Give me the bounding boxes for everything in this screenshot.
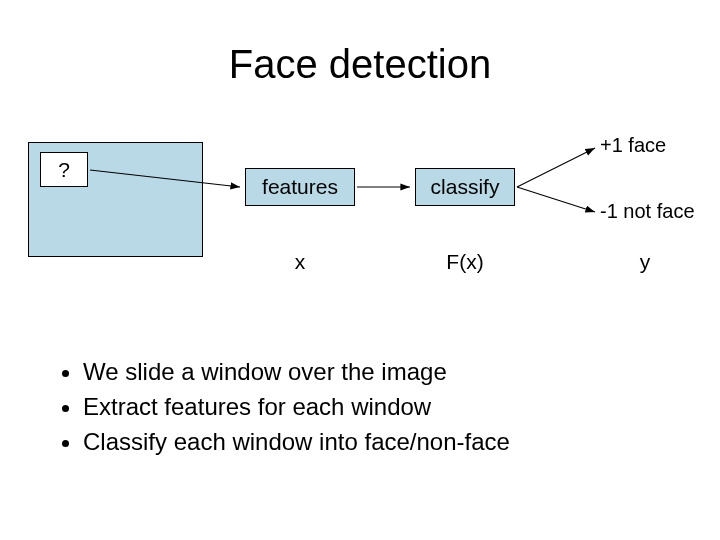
features-box: features bbox=[245, 168, 355, 206]
bullet-list: We slide a window over the image Extract… bbox=[55, 355, 510, 459]
arrow-classify-positive bbox=[517, 148, 595, 187]
output-positive: +1 face bbox=[600, 134, 666, 157]
classify-box: classify bbox=[415, 168, 515, 206]
output-negative: -1 not face bbox=[600, 200, 695, 223]
sliding-window: ? bbox=[40, 152, 88, 187]
slide-title: Face detection bbox=[0, 42, 720, 87]
list-item: Classify each window into face/non-face bbox=[83, 425, 510, 460]
label-y: y bbox=[600, 250, 690, 274]
label-x: x bbox=[245, 250, 355, 274]
label-fx: F(x) bbox=[415, 250, 515, 274]
list-item: We slide a window over the image bbox=[83, 355, 510, 390]
arrow-classify-negative bbox=[517, 187, 595, 212]
list-item: Extract features for each window bbox=[83, 390, 510, 425]
